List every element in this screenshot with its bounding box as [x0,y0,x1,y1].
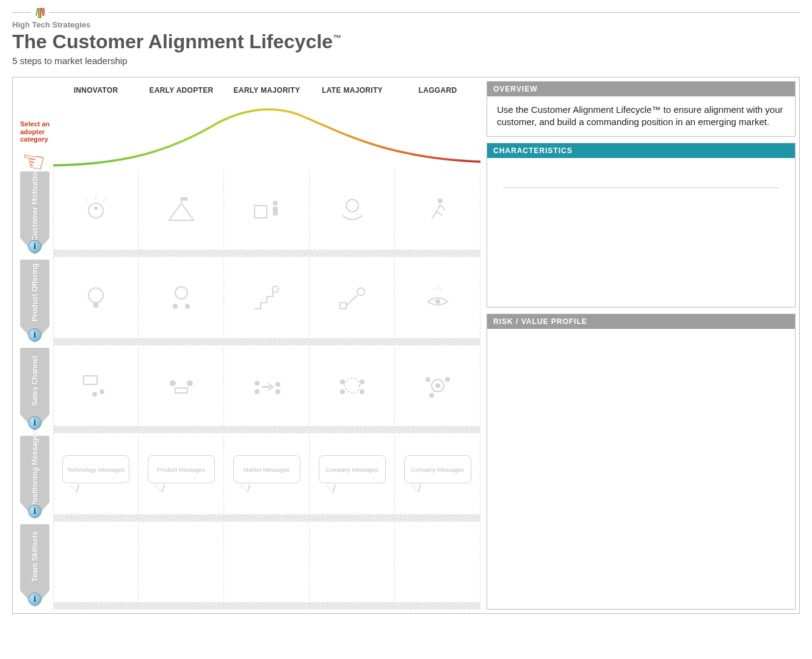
svg-point-29 [275,382,280,387]
svg-point-26 [187,380,193,386]
team-icon [245,545,288,578]
cell-team-innovator[interactable] [53,522,139,610]
svg-point-34 [340,389,345,394]
cell-product-late-majority[interactable] [310,257,395,345]
cell-positioning-laggard[interactable]: Company Messages [395,433,480,521]
running-person-icon [416,193,459,226]
matrix-panel: INNOVATOR EARLY ADOPTER EARLY MAJORITY L… [16,81,480,610]
svg-point-31 [345,378,360,393]
cell-motivation-early-adopter[interactable] [139,169,224,257]
cell-positioning-early-majority[interactable]: Market Messages [224,433,310,521]
svg-rect-9 [273,207,278,215]
cell-sales-late-majority[interactable] [310,345,395,433]
cell-team-laggard[interactable] [395,522,480,610]
cell-motivation-late-majority[interactable] [310,169,395,257]
puzzle-person-icon [245,193,288,226]
cell-positioning-late-majority[interactable]: Company Messages [310,433,395,521]
info-icon-product-offering[interactable]: i [28,328,42,342]
svg-point-30 [275,389,280,394]
cell-team-early-majority[interactable] [224,522,310,610]
page-title: The Customer Alignment Lifecycle™ [12,31,800,53]
meeting-table-icon [160,369,203,402]
callout-cell: Select an adopter category ☞ [16,102,53,169]
trademark: ™ [333,33,341,43]
svg-rect-6 [181,197,187,201]
cell-product-innovator[interactable] [53,257,139,345]
row-label-team-skillsets: Team Skillsets i [16,522,53,610]
cell-positioning-early-adopter[interactable]: Product Messages [139,433,224,521]
svg-point-40 [429,393,434,398]
speech-bubble-icon: Company Messages [404,455,471,492]
panel-characteristics-head: CHARACTERISTICS [487,143,795,158]
info-icon-team-skillsets[interactable]: i [28,592,42,606]
cell-team-late-majority[interactable] [310,522,395,610]
svg-point-37 [435,383,440,388]
speech-bubble-icon: Market Messages [233,455,300,492]
globe-hands-icon [331,193,374,226]
panel-characteristics: CHARACTERISTICS [487,143,796,308]
svg-point-15 [173,304,178,309]
cell-sales-early-majority[interactable] [224,345,310,433]
svg-point-20 [435,299,440,304]
brand-line-left [12,12,31,13]
cell-sales-innovator[interactable] [53,345,139,433]
right-panels: OVERVIEW Use the Customer Alignment Life… [487,81,796,610]
panel-risk: RISK / VALUE PROFILE [487,314,796,610]
svg-point-28 [255,389,259,394]
brand-line-right [49,12,800,13]
cell-sales-laggard[interactable] [395,345,480,433]
svg-point-38 [426,377,430,382]
page-title-text: The Customer Alignment Lifecycle [12,31,333,52]
svg-rect-7 [255,206,267,218]
col-head-laggard[interactable]: LAGGARD [395,81,480,102]
svg-point-17 [272,286,278,292]
cell-sales-early-adopter[interactable] [139,345,224,433]
team-icon [416,545,459,578]
svg-point-11 [438,198,443,203]
info-icon-sales-channel[interactable]: i [28,416,42,430]
cell-motivation-laggard[interactable] [395,169,480,257]
panel-overview-body: Use the Customer Alignment Lifecycle™ to… [487,96,795,136]
col-head-spacer [16,81,53,102]
cell-product-laggard[interactable] [395,257,480,345]
cell-motivation-innovator[interactable] [53,169,139,257]
team-icon [74,545,117,578]
svg-line-4 [103,198,107,202]
svg-point-35 [360,389,364,394]
row-label-sales-channel: Sales Channel i [16,345,53,433]
col-head-late-majority[interactable]: LATE MAJORITY [310,81,395,102]
col-head-early-majority[interactable]: EARLY MAJORITY [224,81,310,102]
brand-logo-icon: /||\\ [35,6,45,19]
speech-bubble-icon: Company Messages [319,455,386,492]
svg-rect-18 [340,303,346,309]
cell-motivation-early-majority[interactable] [224,169,310,257]
cell-team-early-adopter[interactable] [139,522,224,610]
svg-point-1 [94,206,98,210]
brand-name: High Tech Strategies [12,20,800,29]
col-head-innovator[interactable]: INNOVATOR [53,81,139,102]
cell-positioning-innovator[interactable]: Technology Messages [53,433,139,521]
col-head-early-adopter[interactable]: EARLY ADOPTER [139,81,224,102]
svg-point-23 [92,392,97,397]
row-label-positioning-messages: Positioning Messages i [16,433,53,521]
idea-head-icon [74,193,117,226]
page-subtitle: 5 steps to market leadership [12,56,800,66]
info-icon-positioning-messages[interactable]: i [28,505,42,518]
row-label-product-offering: Product Offering i [16,257,53,345]
speech-bubble-icon: Technology Messages [62,455,129,492]
panel-characteristics-body [487,158,795,307]
svg-rect-13 [93,303,98,308]
info-icon-customer-motivation[interactable]: i [28,240,42,253]
team-icon [331,545,374,578]
brand-bar: /||\\ [12,6,800,19]
main-frame: INNOVATOR EARLY ADOPTER EARLY MAJORITY L… [12,77,800,614]
svg-point-33 [360,380,364,384]
adoption-curve [53,102,480,169]
panel-overview: OVERVIEW Use the Customer Alignment Life… [487,81,796,137]
svg-point-27 [255,381,259,386]
svg-point-25 [170,380,176,386]
cell-product-early-majority[interactable] [224,257,310,345]
lightbulb-icon [74,281,117,314]
presenter-icon [74,369,117,402]
cell-product-early-adopter[interactable] [139,257,224,345]
